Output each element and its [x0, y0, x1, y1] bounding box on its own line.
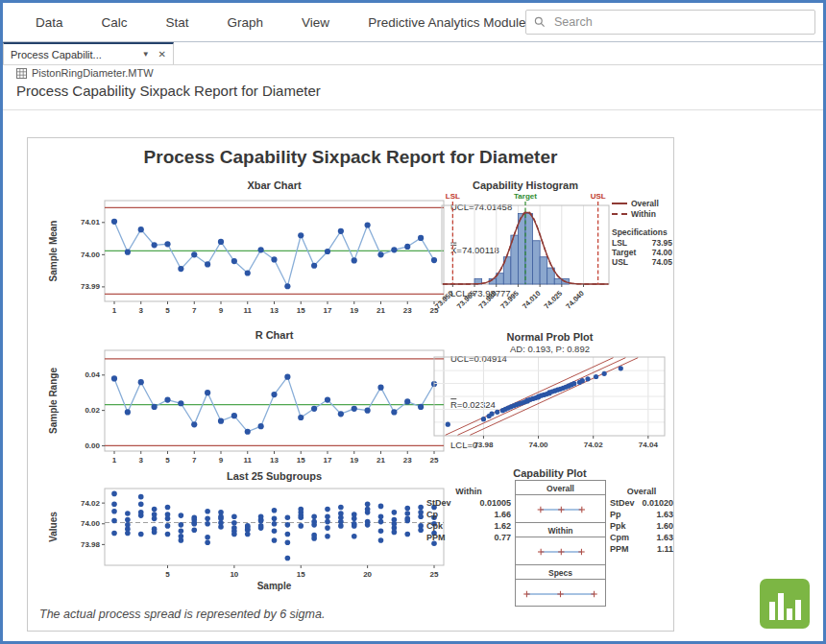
stat-row: Ppk1.60 — [610, 520, 673, 532]
divider — [3, 109, 823, 110]
normal-prob-plot-title: Normal Prob Plot — [426, 330, 673, 344]
svg-text:0.00: 0.00 — [85, 441, 100, 450]
svg-text:Values: Values — [48, 512, 59, 542]
svg-text:Sample Range: Sample Range — [48, 368, 59, 434]
svg-text:9: 9 — [219, 306, 224, 315]
svg-text:7: 7 — [192, 456, 197, 465]
logo-bar — [769, 602, 775, 620]
menu-item-graph[interactable]: Graph — [228, 15, 264, 30]
tab-close-icon[interactable]: ✕ — [158, 49, 166, 60]
overall-stats: Overall StDev0.01020Pp1.63Ppk1.60Cpm1.63… — [610, 486, 673, 555]
legend-within: Within — [612, 208, 672, 219]
svg-text:13: 13 — [270, 456, 279, 465]
svg-text:7: 7 — [192, 306, 197, 315]
svg-text:19: 19 — [350, 456, 358, 465]
search-input[interactable] — [552, 14, 807, 30]
svg-text:23: 23 — [403, 456, 412, 465]
capability-histogram-panel: Capability Histogram LSLTargetUSL73.9507… — [426, 179, 673, 327]
tab-process-capability[interactable]: Process Capabilit... ▼ ✕ — [3, 42, 174, 64]
svg-text:73.950: 73.950 — [433, 289, 455, 311]
svg-text:Overall: Overall — [547, 484, 574, 493]
svg-text:73.99: 73.99 — [81, 282, 101, 291]
tab-dropdown-icon[interactable]: ▼ — [142, 50, 150, 59]
tab-title: Process Capabilit... — [11, 49, 138, 60]
svg-text:3: 3 — [139, 456, 144, 465]
svg-text:74.025: 74.025 — [543, 289, 565, 311]
svg-text:74.01: 74.01 — [81, 218, 101, 227]
stat-row: LSL73.95 — [612, 238, 672, 248]
svg-text:Sample Mean: Sample Mean — [48, 221, 59, 282]
stat-row: Cpm1.63 — [610, 532, 673, 543]
svg-text:USL: USL — [591, 192, 606, 201]
stat-row: Cpk1.62 — [426, 520, 511, 532]
overall-stats-rows: StDev0.01020Pp1.63Ppk1.60Cpm1.63PPM1.11 — [610, 497, 673, 555]
stat-row: PPM1.11 — [610, 543, 673, 555]
svg-text:Target: Target — [514, 192, 537, 201]
page-title: Process Capability Sixpack Report for Di… — [16, 83, 321, 99]
graph-title: Process Capability Sixpack Report for Di… — [28, 147, 673, 168]
graph-canvas[interactable]: Process Capability Sixpack Report for Di… — [27, 137, 674, 632]
svg-text:15: 15 — [297, 306, 305, 315]
menu-item-view[interactable]: View — [302, 15, 329, 30]
menu-item-calc[interactable]: Calc — [102, 15, 128, 30]
svg-text:Specs: Specs — [548, 568, 572, 578]
overall-line-swatch — [612, 203, 627, 204]
svg-text:9: 9 — [219, 456, 224, 465]
svg-text:LSL: LSL — [446, 192, 460, 201]
worksheet-grid-icon — [16, 68, 27, 79]
search-box[interactable] — [525, 10, 815, 35]
svg-text:3: 3 — [139, 306, 144, 315]
svg-text:73.995: 73.995 — [498, 289, 521, 311]
svg-text:11: 11 — [244, 306, 253, 315]
logo-bar — [795, 600, 801, 620]
svg-text:73.965: 73.965 — [455, 289, 477, 311]
svg-text:15: 15 — [297, 570, 305, 579]
menu-bar: Data Calc Stat Graph View Predictive Ana… — [3, 3, 823, 42]
stat-row: StDev0.01020 — [610, 497, 673, 509]
svg-text:21: 21 — [377, 306, 385, 315]
search-icon — [534, 16, 546, 28]
stat-row: PPM0.77 — [426, 532, 511, 543]
svg-text:19: 19 — [350, 306, 358, 315]
worksheet-link[interactable]: PistonRingDiameter.MTW — [16, 67, 154, 79]
tab-strip: Process Capabilit... ▼ ✕ — [3, 42, 823, 65]
svg-text:73.98: 73.98 — [81, 540, 101, 549]
svg-text:5: 5 — [165, 570, 170, 579]
within-stats: Within StDev0.01005Cp1.66Cpk1.62PPM0.77 — [426, 486, 511, 543]
capability-intervals-chart: OverallWithinSpecs — [515, 480, 606, 607]
menu-item-data[interactable]: Data — [36, 15, 63, 30]
stat-row: Target74.00 — [612, 248, 672, 257]
capability-histogram-title: Capability Histogram — [426, 179, 624, 192]
svg-text:23: 23 — [403, 306, 412, 315]
minitab-window: Data Calc Stat Graph View Predictive Ana… — [0, 0, 826, 644]
svg-text:17: 17 — [324, 456, 332, 465]
worksheet-name: PistonRingDiameter.MTW — [32, 67, 154, 79]
svg-text:74.010: 74.010 — [521, 289, 543, 311]
logo-bar — [778, 593, 784, 620]
svg-text:5: 5 — [165, 456, 170, 465]
svg-text:15: 15 — [297, 456, 305, 465]
svg-text:20: 20 — [363, 570, 372, 579]
svg-text:74.02: 74.02 — [584, 441, 604, 449]
normal-prob-plot-chart: 73.9874.0074.0274.04 — [426, 355, 673, 463]
stat-row: Cp1.66 — [426, 509, 511, 520]
overall-stats-header: Overall — [610, 486, 673, 497]
svg-text:Within: Within — [548, 526, 573, 536]
normal-prob-plot-panel: Normal Prob Plot AD: 0.193, P: 0.892 73.… — [426, 330, 673, 466]
histogram-legend: Overall Within Specifications LSL73.95Ta… — [612, 198, 672, 267]
svg-text:21: 21 — [377, 456, 385, 465]
svg-text:10: 10 — [230, 570, 238, 579]
within-line-swatch — [612, 213, 627, 215]
legend-within-label: Within — [631, 209, 656, 219]
capability-plot-title: Capability Plot — [426, 466, 673, 480]
menu-item-stat[interactable]: Stat — [166, 15, 189, 30]
legend-overall-label: Overall — [631, 199, 659, 208]
stat-row: StDev0.01005 — [426, 497, 511, 509]
svg-text:13: 13 — [270, 306, 279, 315]
menu-item-predictive-analytics[interactable]: Predictive Analytics Module — [368, 15, 525, 30]
svg-text:1: 1 — [112, 306, 117, 315]
stat-row: Pp1.63 — [610, 509, 673, 520]
svg-text:74.040: 74.040 — [564, 289, 586, 311]
within-stats-rows: StDev0.01005Cp1.66Cpk1.62PPM0.77 — [426, 497, 511, 543]
svg-text:74.00: 74.00 — [529, 441, 549, 449]
